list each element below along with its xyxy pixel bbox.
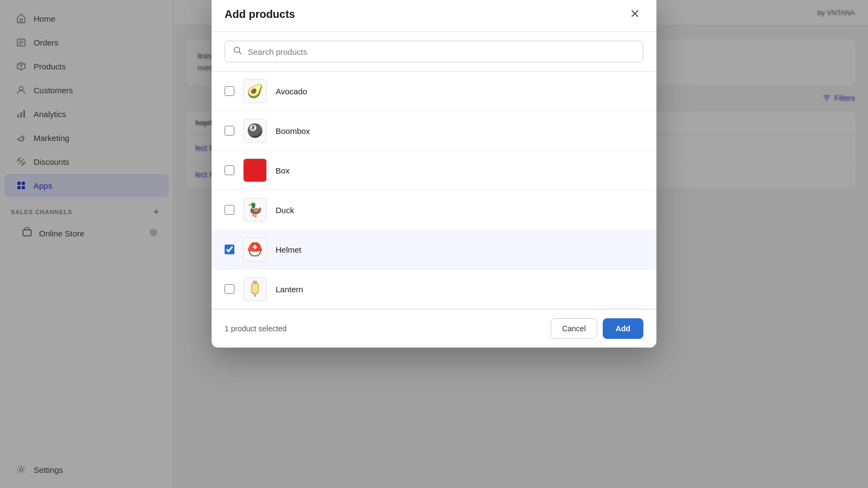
product-row-boombox[interactable]: 🎱 Boombox [212,111,656,151]
product-list: 🥑 Avocado 🎱 Boombox Box 🦆 Duck [212,72,656,309]
product-checkbox-box[interactable] [225,165,234,175]
product-name-duck: Duck [276,206,294,215]
product-row-helmet[interactable]: ⛑️ Helmet [212,230,656,269]
product-thumb-lantern [243,277,267,301]
product-checkbox-lantern[interactable] [225,284,234,294]
product-row-box[interactable]: Box [212,151,656,190]
footer-actions: Cancel Add [551,318,643,339]
product-checkbox-boombox[interactable] [225,126,234,136]
product-row-duck[interactable]: 🦆 Duck [212,190,656,230]
product-checkbox-helmet[interactable] [225,245,234,254]
product-thumb-boombox: 🎱 [243,119,267,143]
svg-rect-21 [252,284,258,293]
product-thumb-box [243,158,267,182]
product-thumb-helmet: ⛑️ [243,237,267,261]
modal-footer: 1 product selected Cancel Add [212,309,656,348]
modal-overlay: Add products ✕ 🥑 Avocado 🎱 [0,0,868,488]
add-products-modal: Add products ✕ 🥑 Avocado 🎱 [212,0,656,348]
product-checkbox-avocado[interactable] [225,86,234,96]
product-thumb-duck: 🦆 [243,198,267,222]
product-name-lantern: Lantern [276,285,303,294]
product-name-avocado: Avocado [276,87,307,96]
modal-header: Add products ✕ [212,0,656,32]
modal-search-area [212,32,656,72]
search-icon [233,46,242,57]
selected-count-label: 1 product selected [225,324,286,333]
product-name-box: Box [276,166,290,175]
add-button[interactable]: Add [603,318,643,339]
product-thumb-avocado: 🥑 [243,79,267,103]
product-checkbox-duck[interactable] [225,205,234,215]
svg-rect-19 [253,281,257,283]
modal-title: Add products [225,8,295,21]
search-input[interactable] [248,47,635,56]
cancel-button[interactable]: Cancel [551,318,597,339]
product-name-boombox: Boombox [276,126,310,136]
product-row-lantern[interactable]: Lantern [212,269,656,309]
modal-close-button[interactable]: ✕ [626,5,643,23]
search-wrapper [225,41,643,62]
product-row-avocado[interactable]: 🥑 Avocado [212,72,656,111]
product-name-helmet: Helmet [276,245,302,254]
